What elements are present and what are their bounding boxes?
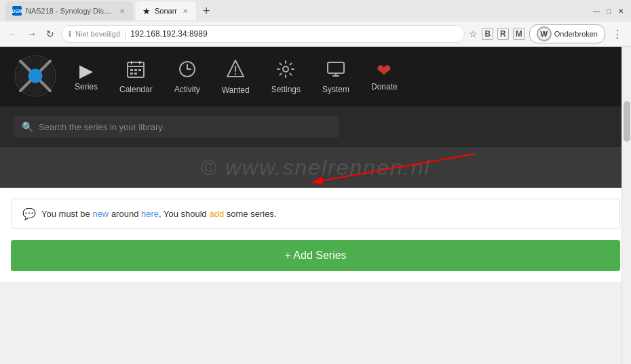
svg-point-21 (283, 66, 288, 72)
close-button[interactable]: ✕ (616, 6, 626, 16)
profile-button[interactable]: W Onderbroken (529, 24, 605, 43)
maximize-button[interactable]: □ (604, 6, 613, 16)
window-controls: — □ ✕ (592, 6, 626, 16)
message-text: You must be new around here, You should … (41, 209, 276, 219)
reload-button[interactable]: ↻ (43, 27, 57, 41)
url-text: 192.168.192.34:8989 (130, 29, 207, 39)
address-bar: ← → ↻ ℹ Niet beveiligd | 192.168.192.34:… (0, 22, 631, 46)
scrollbar-thumb[interactable] (624, 101, 630, 142)
highlight-new: new (92, 209, 109, 219)
tab-sonarr-label: Sonarr (155, 7, 177, 15)
search-box: 🔍 (14, 116, 339, 138)
wanted-label: Wanted (222, 85, 250, 95)
calendar-label: Calendar (119, 85, 153, 94)
forward-button[interactable]: → (24, 27, 39, 41)
wanted-icon (226, 59, 245, 83)
svg-rect-13 (130, 73, 133, 75)
tabs-container: DSM NAS218 - Synology DiskStation ✕ ★ So… (5, 1, 214, 20)
sonarr-favicon: ★ (142, 6, 151, 16)
profile-label: Onderbroken (554, 30, 598, 38)
nav-system[interactable]: System (311, 52, 360, 102)
message-box: 💬 You must be new around here, You shoul… (11, 199, 620, 229)
series-label: Series (75, 82, 98, 92)
sonarr-logo[interactable] (14, 54, 57, 100)
activity-label: Activity (174, 85, 200, 94)
svg-point-20 (235, 73, 236, 74)
main-layout: ▶ Series (0, 47, 631, 282)
system-icon (326, 60, 345, 82)
svg-rect-14 (134, 73, 137, 75)
svg-rect-23 (328, 62, 344, 73)
search-area: 🔍 (0, 106, 631, 147)
nav-donate[interactable]: ❤ Donate (360, 54, 408, 100)
extension-icon3[interactable]: M (513, 28, 525, 40)
svg-rect-10 (130, 69, 133, 71)
nav-series[interactable]: ▶ Series (64, 54, 109, 100)
svg-point-5 (31, 72, 39, 80)
nav-activity[interactable]: Activity (164, 52, 211, 102)
svg-rect-11 (134, 69, 137, 71)
nav-settings[interactable]: Settings (261, 52, 311, 102)
series-icon: ▶ (79, 62, 93, 79)
tab-nas-label: NAS218 - Synology DiskStation (26, 7, 114, 15)
new-tab-button[interactable]: + (199, 4, 214, 18)
add-series-button[interactable]: + Add Series (11, 240, 620, 271)
nav-calendar[interactable]: Calendar (109, 52, 164, 102)
secure-label: Niet beveiligd (75, 30, 120, 38)
activity-icon (178, 60, 197, 82)
url-bar[interactable]: ℹ Niet beveiligd | 192.168.192.34:8989 (61, 25, 465, 43)
donate-label: Donate (371, 82, 398, 92)
highlight-here: here (141, 209, 159, 219)
profile-avatar: W (537, 26, 552, 41)
svg-rect-12 (138, 69, 141, 71)
tab-nas[interactable]: DSM NAS218 - Synology DiskStation ✕ (5, 1, 133, 20)
nav-wanted[interactable]: Wanted (211, 51, 261, 103)
watermark-area: © www.snelrennen.nl (0, 147, 631, 188)
bookmark-icon[interactable]: ☆ (469, 28, 478, 39)
address-actions: ☆ B R M W Onderbroken ⋮ (469, 24, 626, 43)
search-input[interactable] (39, 122, 331, 132)
extension-icon2[interactable]: R (497, 28, 509, 40)
sonarr-navigation: ▶ Series (0, 47, 631, 106)
scrollbar[interactable] (622, 47, 631, 364)
system-label: System (322, 85, 349, 94)
app-content: ▶ Series (0, 47, 631, 282)
message-icon: 💬 (22, 207, 36, 220)
settings-icon (276, 60, 295, 82)
tab-sonarr-close[interactable]: ✕ (181, 7, 189, 15)
settings-label: Settings (271, 85, 301, 94)
donate-icon: ❤ (377, 62, 391, 79)
search-icon: 🔍 (22, 121, 33, 132)
watermark-text: © www.snelrennen.nl (200, 155, 430, 180)
security-indicator: ℹ (69, 30, 71, 39)
nas-favicon: DSM (12, 6, 22, 16)
tab-nas-close[interactable]: ✕ (118, 7, 126, 15)
url-separator: | (124, 29, 126, 39)
extension-icon1[interactable]: B (482, 28, 493, 40)
calendar-icon (126, 60, 145, 82)
content-area: 💬 You must be new around here, You shoul… (0, 188, 631, 282)
title-bar: DSM NAS218 - Synology DiskStation ✕ ★ So… (0, 0, 631, 22)
tab-sonarr[interactable]: ★ Sonarr ✕ (136, 1, 196, 20)
highlight-add: add (209, 209, 224, 219)
minimize-button[interactable]: — (592, 6, 601, 16)
browser-chrome: DSM NAS218 - Synology DiskStation ✕ ★ So… (0, 0, 631, 47)
more-menu-button[interactable]: ⋮ (609, 28, 626, 41)
back-button[interactable]: ← (5, 27, 20, 41)
nav-items: ▶ Series (64, 51, 408, 103)
